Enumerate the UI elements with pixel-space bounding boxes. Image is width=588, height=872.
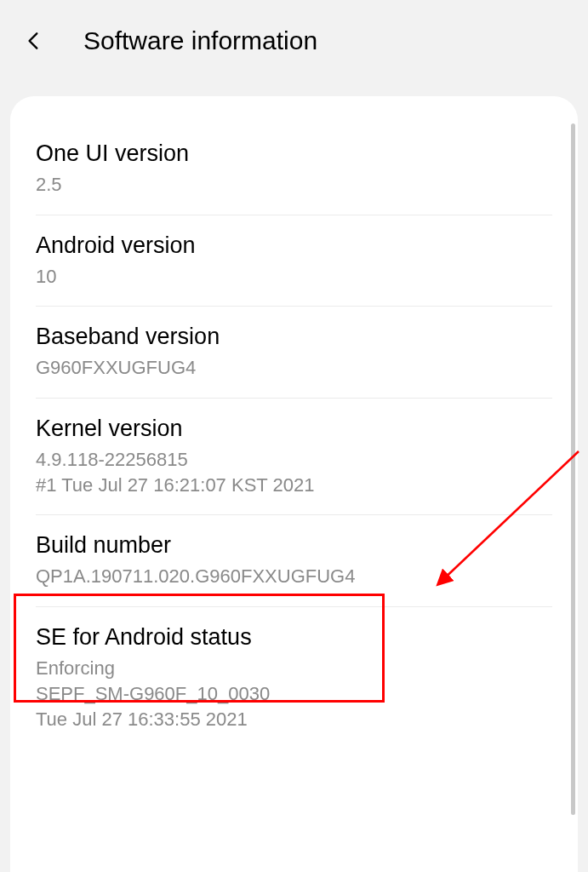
setting-value: 4.9.118-22256815 #1 Tue Jul 27 16:21:07 … bbox=[36, 447, 552, 497]
setting-baseband-version[interactable]: Baseband version G960FXXUGFUG4 bbox=[36, 307, 552, 399]
setting-value: 10 bbox=[36, 264, 552, 290]
setting-build-number[interactable]: Build number QP1A.190711.020.G960FXXUGFU… bbox=[36, 515, 552, 607]
scrollbar[interactable] bbox=[571, 123, 575, 815]
setting-se-android-status[interactable]: SE for Android status Enforcing SEPF_SM-… bbox=[36, 607, 552, 749]
setting-title: Kernel version bbox=[36, 416, 552, 442]
setting-title: Android version bbox=[36, 232, 552, 259]
content-card: One UI version 2.5 Android version 10 Ba… bbox=[10, 96, 578, 872]
setting-value: G960FXXUGFUG4 bbox=[36, 355, 552, 381]
setting-title: SE for Android status bbox=[36, 624, 552, 651]
header: Software information bbox=[0, 0, 588, 81]
setting-value: Enforcing SEPF_SM-G960F_10_0030 Tue Jul … bbox=[36, 656, 552, 731]
setting-kernel-version[interactable]: Kernel version 4.9.118-22256815 #1 Tue J… bbox=[36, 399, 552, 515]
back-icon[interactable] bbox=[17, 24, 51, 58]
setting-title: Baseband version bbox=[36, 324, 552, 350]
setting-value: 2.5 bbox=[36, 172, 552, 198]
setting-one-ui-version[interactable]: One UI version 2.5 bbox=[36, 123, 552, 215]
setting-value: QP1A.190711.020.G960FXXUGFUG4 bbox=[36, 564, 552, 589]
page-title: Software information bbox=[83, 26, 317, 55]
setting-android-version[interactable]: Android version 10 bbox=[36, 215, 552, 307]
setting-title: One UI version bbox=[36, 141, 552, 167]
setting-title: Build number bbox=[36, 532, 552, 559]
